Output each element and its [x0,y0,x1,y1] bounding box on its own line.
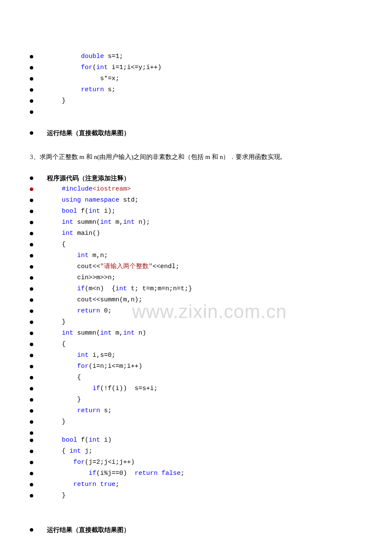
code-content: double s=1; [50,51,123,62]
code-content: using namespace std; [50,195,138,206]
code-line: if(m<n) {int t; t=m;m=n;n=t;} [30,283,362,295]
code-content: cin>>m>>n; [50,272,115,283]
code-line: } [30,95,362,107]
code-line: bool f(int i); [30,206,362,217]
code-content: } [50,416,66,428]
heading-text: 运行结果（直接截取结果图） [47,127,130,139]
code-line: } [30,416,362,428]
heading-text: 程序源代码（注意添加注释） [47,173,130,184]
code-content: int main() [50,228,100,239]
code-content: int summn(int m,int n) [50,328,146,339]
code-line: for(j=2;j<i;j++) [30,457,362,468]
bullet-icon [30,176,33,180]
code-content: for(i=n;i<=m;i++) [50,361,142,372]
bullet-icon [30,332,33,335]
code-line: } [30,317,362,328]
code-line: int m,n; [30,250,362,261]
code-content: int i,s=0; [50,350,115,361]
bullet-icon [30,199,33,202]
code-content: int summn(int m,int n); [50,217,150,228]
heading-text: 运行结果（直接截取结果图） [47,524,130,535]
bullet-icon [30,55,33,58]
code-content: cout<<summn(m,n); [50,295,142,306]
code-block-1: double s=1; for(int i=1;i<=y;i++) s*=x; … [30,51,362,114]
bullet-icon [30,88,33,92]
bullet-icon [30,276,33,280]
code-line: bool f(int i) [30,435,362,446]
bullet-icon [30,321,33,324]
code-line: if(!f(i)) s=s+i; [30,383,362,394]
bullet-icon [30,254,33,257]
code-content: #include<iostream> [50,184,131,195]
bullet-icon [30,243,33,246]
code-content: if(!f(i)) s=s+i; [50,383,158,394]
code-line: { [30,339,362,350]
code-content: { int j; [50,446,92,457]
code-line: #include<iostream> [30,184,362,195]
code-block-2: #include<iostream> using namespace std; … [30,184,362,501]
code-content: int m,n; [50,250,108,261]
heading-result-1: 运行结果（直接截取结果图） [30,127,362,139]
code-content: } [50,490,66,501]
code-line: cout<<"请输入两个整数"<<endl; [30,261,362,272]
bullet-icon [30,376,33,379]
code-content: return true; [50,479,119,490]
bullet-icon [30,210,33,213]
bullet-icon [30,287,33,291]
code-content: s*=x; [50,73,119,84]
bullet-icon [30,387,33,390]
bullet-icon [30,232,33,235]
bullet-icon [30,343,33,346]
code-line: } [30,490,362,501]
code-line: } [30,394,362,405]
code-content: { [50,339,66,350]
code-content: } [50,317,66,328]
code-line: using namespace std; [30,195,362,206]
code-content: if(i%j==0) return false; [50,468,184,479]
bullet-icon [30,483,33,486]
code-content: return s; [50,84,115,95]
code-line: for(i=n;i<=m;i++) [30,361,362,372]
bullet-icon [30,420,33,424]
bullet-icon [30,528,33,532]
bullet-icon [30,431,33,435]
bullet-icon [30,398,33,402]
code-line: return s; [30,84,362,95]
bullet-icon [30,188,33,191]
code-content: return s; [50,405,112,416]
heading-source-code: 程序源代码（注意添加注释） [30,173,362,184]
code-content: { [50,239,66,250]
code-content: if(m<n) {int t; t=m;m=n;n=t;} [50,283,192,295]
bullet-icon [30,131,33,135]
code-line [30,107,362,114]
code-line: s*=x; [30,73,362,84]
bullet-icon [30,494,33,497]
code-content: return 0; [50,306,112,317]
code-line: double s=1; [30,51,362,62]
code-line [30,428,362,435]
code-content: bool f(int i) [50,435,112,446]
code-line: int i,s=0; [30,350,362,361]
bullet-icon [30,461,33,464]
bullet-icon [30,110,33,114]
bullet-icon [30,439,33,442]
code-content: for(int i=1;i<=y;i++) [50,62,161,73]
bullet-icon [30,450,33,453]
code-content: cout<<"请输入两个整数"<<endl; [50,261,179,272]
code-content: } [50,394,81,405]
code-content: { [50,372,81,383]
bullet-icon [30,298,33,302]
bullet-icon [30,99,33,103]
code-line: return 0; [30,306,362,317]
bullet-icon [30,365,33,368]
bullet-icon [30,77,33,81]
code-line: return true; [30,479,362,490]
code-content: bool f(int i); [50,206,115,217]
code-line: cout<<summn(m,n); [30,295,362,306]
code-line: int main() [30,228,362,239]
bullet-icon [30,472,33,475]
bullet-icon [30,409,33,413]
code-line: { int j; [30,446,362,457]
heading-result-2: 运行结果（直接截取结果图） [30,524,362,535]
problem-statement: 3、求两个正整数 m 和 n(由用户输入)之间的非素数之和（包括 m 和 n）．… [30,151,362,162]
